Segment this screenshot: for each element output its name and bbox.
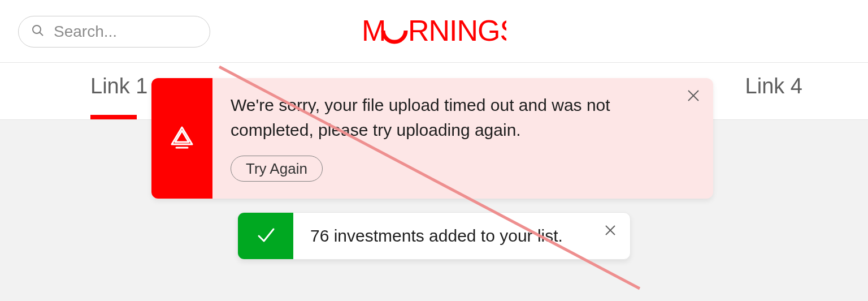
close-success-button[interactable]	[602, 223, 619, 240]
notification-error-message: We're sorry, your file upload timed out …	[231, 93, 660, 142]
search-icon	[31, 24, 53, 40]
try-again-button[interactable]: Try Again	[231, 156, 323, 182]
search-input[interactable]	[53, 22, 257, 41]
morningstar-logo: M RNINGSTAR	[362, 16, 506, 48]
svg-line-1	[40, 32, 43, 36]
alert-icon	[168, 124, 196, 153]
success-icon-badge	[238, 213, 293, 259]
close-error-button[interactable]	[685, 88, 702, 105]
svg-point-0	[33, 25, 41, 33]
svg-text:RNINGSTAR: RNINGSTAR	[408, 16, 506, 45]
close-icon	[687, 89, 700, 104]
close-icon	[605, 225, 616, 238]
error-icon-badge	[151, 78, 212, 199]
search-input-wrapper[interactable]	[18, 16, 210, 48]
header: M RNINGSTAR	[0, 0, 868, 63]
check-icon	[253, 222, 278, 250]
notification-success-message: 76 investments added to your list.	[310, 226, 563, 246]
notification-success: 76 investments added to your list.	[237, 212, 631, 260]
notification-error: We're sorry, your file upload timed out …	[151, 78, 713, 199]
